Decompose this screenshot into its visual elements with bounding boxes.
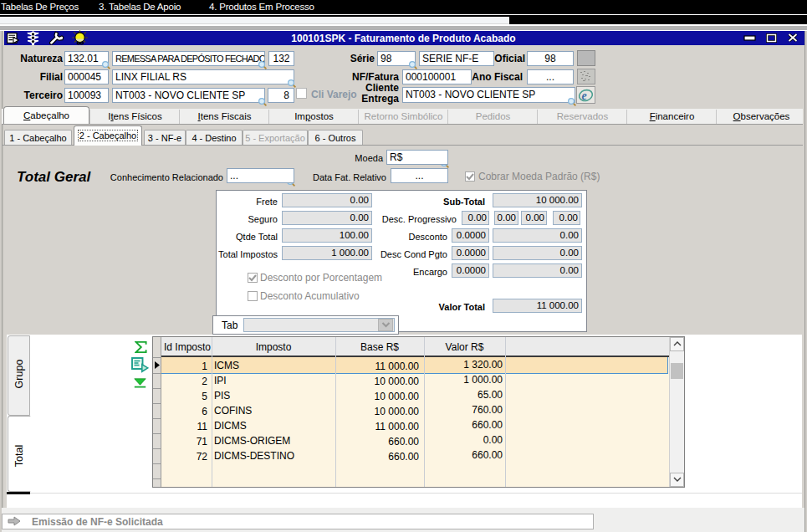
svg-text:e: e bbox=[582, 90, 587, 102]
